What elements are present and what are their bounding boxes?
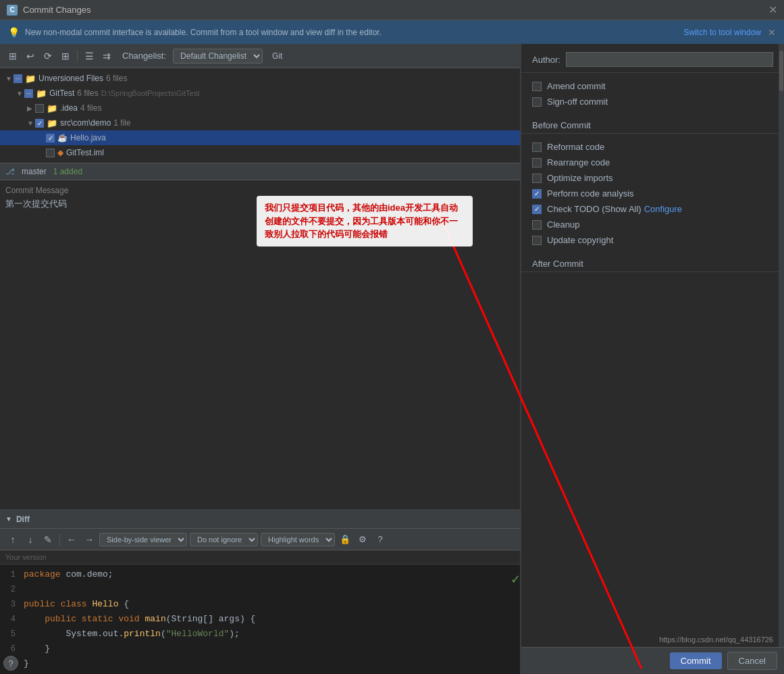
info-close-button[interactable]: ✕ bbox=[768, 27, 776, 38]
folder-icon: 📁 bbox=[25, 74, 36, 84]
tree-item[interactable]: ▼ ─ 📁 Unversioned Files 6 files bbox=[0, 71, 520, 86]
tree-item-label: Hello.java bbox=[70, 133, 106, 142]
group-button[interactable]: ⊞ bbox=[58, 49, 73, 63]
rearrange-code-row[interactable]: Rearrange code bbox=[532, 155, 773, 170]
check-todo-checkbox[interactable]: ✓ bbox=[532, 205, 542, 214]
signoff-commit-checkbox[interactable] bbox=[532, 97, 542, 107]
reformat-code-row[interactable]: Reformat code bbox=[532, 139, 773, 155]
cleanup-row[interactable]: Cleanup bbox=[532, 217, 773, 232]
optimize-imports-row[interactable]: Optimize imports bbox=[532, 170, 773, 186]
diff-edit-button[interactable]: ✎ bbox=[41, 532, 55, 547]
right-scrollbar[interactable] bbox=[779, 44, 784, 674]
highlight-select[interactable]: Highlight words bbox=[261, 533, 335, 546]
reformat-code-checkbox[interactable] bbox=[532, 142, 542, 152]
diff-toolbar: ↑ ↓ ✎ ← → Side-by-side viewer Do not ign… bbox=[0, 529, 520, 550]
tree-item-count: 6 files bbox=[106, 74, 127, 83]
tree-checkbox[interactable]: ─ bbox=[14, 74, 22, 83]
added-badge: 1 added bbox=[53, 167, 82, 176]
app-icon: C bbox=[7, 5, 18, 16]
ignore-select[interactable]: Do not ignore bbox=[190, 533, 258, 546]
diff-up-button[interactable]: ↑ bbox=[5, 532, 20, 547]
rearrange-code-label: Rearrange code bbox=[547, 157, 610, 167]
folder-icon: 📁 bbox=[47, 118, 57, 128]
update-copyright-checkbox[interactable] bbox=[532, 236, 542, 245]
line-number: 5 bbox=[0, 627, 24, 642]
amend-commit-label: Amend commit bbox=[547, 81, 606, 91]
lock-button[interactable]: 🔒 bbox=[338, 532, 352, 547]
commit-button[interactable]: Commit bbox=[670, 652, 722, 669]
checkmark-icon: ✓ bbox=[509, 571, 519, 588]
cancel-button[interactable]: Cancel bbox=[727, 652, 777, 670]
amend-commit-checkbox[interactable] bbox=[532, 82, 542, 91]
git-label: Git bbox=[272, 51, 282, 61]
bottom-bar: Commit Cancel bbox=[521, 647, 784, 674]
switch-to-tool-window-link[interactable]: Switch to tool window bbox=[683, 28, 761, 37]
line-number: 1 bbox=[0, 567, 24, 582]
code-line: 1 package com.demo; bbox=[0, 567, 520, 582]
refresh-button[interactable]: ⟳ bbox=[41, 49, 55, 63]
rollback-button[interactable]: ↩ bbox=[23, 49, 38, 63]
settings-button[interactable]: ⚙ bbox=[355, 532, 370, 547]
expand-all-button[interactable]: ⊞ bbox=[5, 49, 20, 63]
tree-item-label: GitTest.iml bbox=[66, 148, 104, 157]
tree-checkbox[interactable]: ✓ bbox=[46, 134, 55, 142]
tree-item[interactable]: ▼ ─ 📁 GitTest 6 files D:\SpringBootProje… bbox=[0, 86, 520, 101]
tree-item[interactable]: ✓ ☕ Hello.java bbox=[0, 130, 520, 145]
line-code: package com.demo; bbox=[24, 567, 113, 582]
configure-link[interactable]: Configure bbox=[644, 204, 682, 214]
main-layout: ⊞ ↩ ⟳ ⊞ ☰ ⇉ Changelist: Default Changeli… bbox=[0, 44, 784, 674]
tree-checkbox[interactable]: ─ bbox=[24, 89, 33, 98]
tree-item-label: GitTest bbox=[49, 88, 74, 98]
tree-checkbox[interactable] bbox=[46, 149, 55, 157]
diff-prev-button[interactable]: ← bbox=[64, 532, 79, 547]
before-commit-heading: Before Commit bbox=[521, 115, 784, 134]
line-number: 4 bbox=[0, 612, 24, 627]
code-line: 5 System.out.println("HelloWorld"); bbox=[0, 627, 520, 642]
tree-item[interactable]: ▼ ✓ 📁 src\com\demo 1 file bbox=[0, 115, 520, 130]
cleanup-checkbox[interactable] bbox=[532, 220, 542, 230]
signoff-commit-row[interactable]: Sign-off commit bbox=[532, 94, 773, 109]
move-button[interactable]: ☰ bbox=[82, 49, 97, 63]
diff-next-button[interactable]: → bbox=[82, 532, 97, 547]
perform-code-analysis-checkbox[interactable]: ✓ bbox=[532, 189, 542, 199]
code-content: 1 package com.demo; 2 3 public class Hel… bbox=[0, 565, 520, 674]
line-code: public class Hello { bbox=[24, 597, 129, 612]
help-button[interactable]: ? bbox=[3, 656, 18, 671]
diff-down-button[interactable]: ↓ bbox=[23, 532, 38, 547]
code-line: 2 bbox=[0, 582, 520, 597]
move-all-button[interactable]: ⇉ bbox=[99, 49, 114, 63]
diff-header[interactable]: ▼ Diff bbox=[0, 510, 520, 529]
optimize-imports-label: Optimize imports bbox=[547, 173, 613, 183]
tree-checkbox[interactable]: ✓ bbox=[35, 119, 44, 128]
check-todo-row[interactable]: ✓ Check TODO (Show All) Configure bbox=[532, 201, 773, 217]
amend-commit-row[interactable]: Amend commit bbox=[532, 78, 773, 94]
tree-item-label: src\com\demo bbox=[60, 118, 111, 128]
perform-code-analysis-row[interactable]: ✓ Perform code analysis bbox=[532, 186, 773, 201]
info-icon: 💡 bbox=[8, 27, 20, 38]
tree-arrow: ▼ bbox=[5, 75, 14, 82]
code-line: 6 } bbox=[0, 642, 520, 656]
branch-name: master bbox=[22, 167, 47, 176]
tree-item-count: 6 files bbox=[77, 88, 98, 98]
commit-message-textarea[interactable] bbox=[5, 198, 515, 504]
check-todo-label: Check TODO (Show All) bbox=[547, 204, 642, 214]
tree-checkbox[interactable] bbox=[35, 104, 44, 113]
tree-item-count: 4 files bbox=[80, 103, 101, 113]
changelist-select[interactable]: Default Changelist bbox=[173, 49, 263, 63]
amend-section: Amend commit Sign-off commit bbox=[521, 73, 784, 115]
tree-item[interactable]: ▶ 📁 .idea 4 files bbox=[0, 101, 520, 115]
update-copyright-row[interactable]: Update copyright bbox=[532, 232, 773, 248]
tree-item[interactable]: ◆ GitTest.iml bbox=[0, 145, 520, 160]
help-diff-button[interactable]: ? bbox=[373, 532, 388, 547]
diff-arrow: ▼ bbox=[5, 515, 12, 523]
author-input[interactable] bbox=[566, 52, 773, 67]
rearrange-code-checkbox[interactable] bbox=[532, 158, 542, 167]
close-button[interactable]: ✕ bbox=[768, 3, 777, 16]
changelist-label: Changelist: bbox=[122, 51, 166, 61]
java-file-icon: ☕ bbox=[57, 133, 68, 142]
optimize-imports-checkbox[interactable] bbox=[532, 174, 542, 183]
perform-code-analysis-label: Perform code analysis bbox=[547, 188, 634, 199]
right-panel: Author: Amend commit Sign-off commit Bef… bbox=[521, 44, 784, 674]
viewer-select[interactable]: Side-by-side viewer bbox=[99, 533, 187, 546]
code-line: 4 public static void main(String[] args)… bbox=[0, 612, 520, 627]
